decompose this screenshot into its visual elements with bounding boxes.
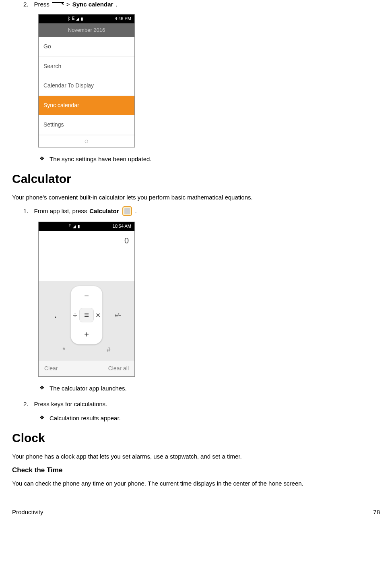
- star-key[interactable]: *: [62, 345, 65, 355]
- dot-key[interactable]: .: [54, 309, 56, 322]
- check-time-heading: Check the Time: [12, 465, 380, 475]
- calculator-label: Calculator: [89, 207, 119, 215]
- menu-item-search[interactable]: Search: [39, 57, 134, 77]
- step-prefix: From app list, press: [34, 207, 87, 215]
- step-number: 1.: [23, 207, 29, 215]
- menu-item-settings[interactable]: Settings: [39, 115, 134, 135]
- clear-softkey[interactable]: Clear: [44, 365, 58, 373]
- calculator-screenshot: E 10:54 AM 0 − ÷ = × + . +∕−: [38, 222, 380, 377]
- bluetooth-icon: [68, 16, 70, 22]
- hash-key[interactable]: #: [107, 345, 110, 355]
- bullet-text: The calculator app launches.: [50, 384, 127, 392]
- status-bar: E 4:46 PM: [39, 15, 134, 23]
- menu-item-calendar-to-display[interactable]: Calendar To Display: [39, 76, 134, 96]
- calc-empty-area: [39, 253, 134, 281]
- phone-frame: E 10:54 AM 0 − ÷ = × + . +∕−: [38, 222, 135, 377]
- calc-display: 0: [39, 231, 134, 253]
- page-number: 78: [373, 508, 380, 516]
- result-calc-results: ❖ Calculation results appear.: [12, 414, 380, 422]
- network-e: E: [72, 16, 75, 22]
- calc-keypad: − ÷ = × + . +∕− * #: [39, 281, 134, 361]
- bullet-icon: ❖: [39, 155, 45, 163]
- circle-icon[interactable]: ○: [85, 136, 89, 146]
- signal-icon: [73, 223, 76, 229]
- network-e: E: [68, 223, 71, 229]
- result-calc-launches: ❖ The calculator app launches.: [12, 384, 380, 392]
- gt-symbol: >: [66, 0, 70, 8]
- divide-key[interactable]: ÷: [73, 309, 77, 321]
- bullet-icon: ❖: [39, 414, 45, 422]
- footer-section: Productivity: [12, 508, 43, 516]
- calendar-menu-screenshot: E 4:46 PM November 2016 Go Search Calend…: [38, 14, 380, 147]
- phone-frame: E 4:46 PM November 2016 Go Search Calend…: [38, 14, 135, 147]
- check-time-text: You can check the phone any time on your…: [12, 479, 380, 488]
- step-1-calculator: 1. From app list, press Calculator .: [12, 206, 380, 216]
- step-number: 2.: [23, 0, 29, 8]
- multiply-key[interactable]: ×: [96, 309, 101, 321]
- menu-list: Go Search Calendar To Display Sync calen…: [39, 37, 134, 135]
- calculator-intro: Your phone's convenient built-in calcula…: [12, 193, 380, 201]
- clock-time: 4:46 PM: [115, 16, 131, 22]
- result-sync-updated: ❖ The sync settings have been updated.: [12, 155, 380, 163]
- calculator-heading: Calculator: [12, 170, 380, 187]
- minus-key[interactable]: −: [84, 290, 89, 301]
- status-bar: E 10:54 AM: [39, 222, 134, 231]
- plus-key[interactable]: +: [84, 329, 89, 340]
- bullet-text: Calculation results appear.: [50, 414, 121, 422]
- sync-calendar-label: Sync calendar: [72, 0, 113, 8]
- clock-intro: Your phone has a clock app that lets you…: [12, 452, 380, 461]
- signal-icon: [76, 16, 79, 22]
- equals-key[interactable]: =: [79, 308, 94, 322]
- calc-dpad: − ÷ = × +: [70, 286, 103, 345]
- period: .: [135, 207, 137, 215]
- nav-bar: ○: [39, 135, 134, 147]
- calendar-month-header: November 2016: [39, 23, 134, 37]
- battery-icon: [81, 16, 83, 22]
- calculator-app-icon: [122, 206, 132, 216]
- step-text: Press keys for calculations.: [34, 400, 107, 408]
- clock-heading: Clock: [12, 430, 380, 446]
- bullet-icon: ❖: [39, 384, 45, 392]
- step-2-press-sync: 2. Press > Sync calendar.: [12, 0, 380, 8]
- clock-time: 10:54 AM: [113, 223, 131, 229]
- battery-icon: [78, 223, 80, 229]
- step-number: 2.: [23, 400, 29, 408]
- period: .: [116, 0, 117, 8]
- calc-softkeys: Clear Clear all: [39, 361, 134, 377]
- options-key-icon: [52, 2, 64, 7]
- clearall-softkey[interactable]: Clear all: [108, 365, 129, 373]
- page-footer: Productivity 78: [12, 508, 380, 516]
- menu-item-sync-calendar[interactable]: Sync calendar: [39, 96, 134, 116]
- bullet-text: The sync settings have been updated.: [50, 155, 152, 163]
- sign-key[interactable]: +∕−: [114, 310, 121, 320]
- step-prefix: Press: [34, 0, 50, 8]
- menu-item-go[interactable]: Go: [39, 37, 134, 57]
- step-2-press-keys: 2. Press keys for calculations.: [12, 400, 380, 408]
